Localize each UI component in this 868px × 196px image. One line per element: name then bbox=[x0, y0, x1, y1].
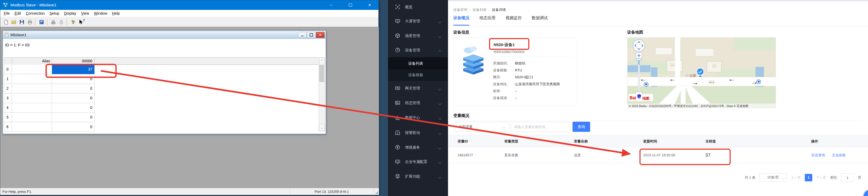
slave-definition-button[interactable] bbox=[49, 19, 57, 26]
cell-update-time: 2023-11-07 18:55:56 bbox=[643, 147, 675, 163]
chevron-down-icon bbox=[438, 102, 442, 105]
alias-cell[interactable] bbox=[12, 103, 52, 112]
alias-cell[interactable] bbox=[12, 122, 52, 132]
variable-search-input[interactable] bbox=[511, 122, 570, 132]
grid-header-row: Alias 00000 bbox=[4, 57, 318, 65]
alias-cell[interactable] bbox=[12, 94, 52, 103]
floating-help-button[interactable] bbox=[864, 190, 868, 196]
chevron-down-icon bbox=[438, 20, 442, 24]
vertical-scrollbar[interactable]: ⌃ ⌄ bbox=[319, 57, 325, 131]
modbus-titlebar[interactable]: Modbus Slave - Mbslave1 ✕ bbox=[0, 0, 378, 10]
grid-header-alias[interactable]: Alias bbox=[12, 58, 52, 65]
child-maximize-button[interactable] bbox=[307, 32, 315, 38]
chevron-down-icon bbox=[438, 146, 442, 150]
sidebar-item-gateway-manage[interactable]: 网关管理 bbox=[388, 81, 448, 95]
field-address: 设备地址:山东省济南市历下区龙奥南路 bbox=[493, 81, 560, 88]
goto-page-input[interactable] bbox=[841, 173, 854, 182]
menu-help[interactable]: Help bbox=[110, 10, 122, 17]
divider bbox=[493, 56, 573, 57]
variables-table-header: 变量ID 变量类型 变量名称 更新时间 当前值 操作 bbox=[448, 135, 868, 147]
save-button[interactable] bbox=[18, 19, 26, 26]
breadcrumb-separator: › bbox=[489, 8, 490, 12]
tab-data-debug[interactable]: 数据调试 bbox=[532, 15, 548, 26]
chevron-up-icon bbox=[438, 50, 442, 54]
open-file-button[interactable] bbox=[10, 19, 18, 26]
baidu-map-canvas[interactable]: 公安 bbox=[627, 37, 776, 108]
menu-setup[interactable]: Setup bbox=[47, 10, 62, 17]
register-cell[interactable]: 0 bbox=[52, 103, 95, 112]
display-setup-button[interactable] bbox=[38, 19, 45, 26]
pagination: 共 1 条 10条/页 上一页 1 下一页 前往 页 bbox=[745, 174, 861, 182]
chevron-down-icon bbox=[782, 176, 785, 179]
slave-id-function-line: ID = 1: F = 03 bbox=[5, 43, 30, 47]
map-pan-control[interactable] bbox=[633, 40, 645, 52]
sidebar-item-device-list[interactable]: 设备列表 bbox=[388, 58, 448, 69]
current-page-button[interactable]: 1 bbox=[805, 174, 812, 182]
menu-connection[interactable]: Connection bbox=[24, 10, 47, 17]
sidebar-item-value-services[interactable]: 增值服务 bbox=[388, 140, 448, 154]
status-help-text: For Help, press F1. bbox=[2, 188, 32, 195]
minimize-button[interactable] bbox=[325, 0, 337, 10]
scrollbar-thumb[interactable] bbox=[319, 65, 324, 82]
variable-type-select[interactable]: 全部变量 bbox=[455, 122, 509, 132]
scroll-up-button[interactable]: ⌃ bbox=[319, 58, 324, 64]
breadcrumb-device-manage[interactable]: 设备管理 bbox=[453, 7, 467, 12]
register-cell[interactable]: 0 bbox=[52, 112, 95, 122]
sidebar-item-device-manage[interactable]: 设备管理 bbox=[388, 43, 448, 57]
child-close-button[interactable]: ✕ bbox=[316, 32, 324, 38]
menu-display[interactable]: Display bbox=[62, 10, 79, 17]
device-manage-icon bbox=[395, 47, 400, 53]
sidebar-item-overview[interactable]: 概览 bbox=[388, 0, 448, 14]
sidebar-item-config-manage[interactable]: 组态管理 bbox=[388, 96, 448, 110]
help-button[interactable]: ? bbox=[69, 19, 77, 26]
next-page-button[interactable]: 下一页 bbox=[816, 175, 827, 180]
tab-video-monitor[interactable]: 视频监控 bbox=[505, 15, 522, 26]
child-titlebar[interactable]: Mbslave1 ✕ bbox=[3, 31, 326, 39]
scene-icon bbox=[395, 33, 400, 38]
sidebar-item-scene-manage[interactable]: 场景管理 bbox=[388, 29, 448, 43]
sidebar-item-data-center[interactable]: 数据中心 bbox=[388, 110, 448, 124]
sidebar-item-enterprise-config[interactable]: 企业专属配置 bbox=[388, 155, 448, 169]
register-cell[interactable]: 0 bbox=[52, 122, 95, 132]
device-map[interactable]: 公安 bbox=[627, 37, 776, 108]
maximize-button[interactable] bbox=[344, 0, 356, 10]
register-cell[interactable]: 0 bbox=[52, 94, 95, 103]
history-query-link[interactable]: 历史查询 bbox=[811, 153, 825, 157]
register-cell-selected[interactable]: 37 bbox=[52, 65, 95, 74]
connection-setup-button[interactable] bbox=[57, 19, 65, 26]
grid-header-00000[interactable]: 00000 bbox=[52, 58, 95, 65]
page-size-select[interactable]: 10条/页 bbox=[759, 174, 787, 182]
slave-definition-icon bbox=[51, 20, 56, 25]
new-file-button[interactable] bbox=[2, 19, 10, 26]
sidebar-item-device-template[interactable]: 设备模板 bbox=[388, 69, 448, 81]
active-collect-link[interactable]: 主动采集 bbox=[832, 153, 846, 157]
resize-grip[interactable] bbox=[375, 191, 378, 194]
sidebar-item-screen-manage[interactable]: 大屏管理 bbox=[388, 14, 448, 28]
tab-device-overview[interactable]: 设备概况 bbox=[453, 15, 469, 26]
close-button[interactable]: ✕ bbox=[364, 0, 376, 10]
menu-edit[interactable]: Edit bbox=[12, 10, 24, 17]
register-cell[interactable]: 0 bbox=[52, 84, 95, 94]
search-button[interactable]: 查询 bbox=[572, 122, 590, 132]
menu-file[interactable]: File bbox=[1, 10, 12, 17]
sidebar-item-alarm-linkage[interactable]: 报警联动 bbox=[388, 126, 448, 139]
alias-cell[interactable] bbox=[12, 65, 52, 74]
register-cell[interactable]: 0 bbox=[52, 74, 95, 84]
breadcrumb-device-list[interactable]: 设备列表 bbox=[472, 7, 487, 12]
sidebar-item-extended-functions[interactable]: 扩展功能 bbox=[388, 169, 448, 183]
scroll-down-button[interactable]: ⌄ bbox=[319, 124, 324, 131]
header-update-time: 更新时间 bbox=[643, 135, 657, 148]
alias-cell[interactable] bbox=[12, 74, 52, 84]
menu-window[interactable]: Window bbox=[91, 10, 110, 17]
tab-config-app[interactable]: 组态应用 bbox=[479, 15, 495, 26]
table-row: 16818577 直采变量 温度 2023-11-07 18:55:56 37 … bbox=[448, 147, 868, 163]
context-help-button[interactable]: ? bbox=[77, 19, 85, 26]
cell-variable-name: 温度 bbox=[574, 147, 581, 163]
print-button[interactable] bbox=[26, 19, 34, 26]
prev-page-button[interactable]: 上一页 bbox=[790, 175, 801, 180]
field-description: 设备描述:-- bbox=[493, 95, 517, 101]
alias-cell[interactable] bbox=[12, 84, 52, 94]
alias-cell[interactable] bbox=[12, 112, 52, 122]
child-minimize-button[interactable] bbox=[298, 32, 306, 38]
menu-view[interactable]: View bbox=[79, 10, 91, 17]
